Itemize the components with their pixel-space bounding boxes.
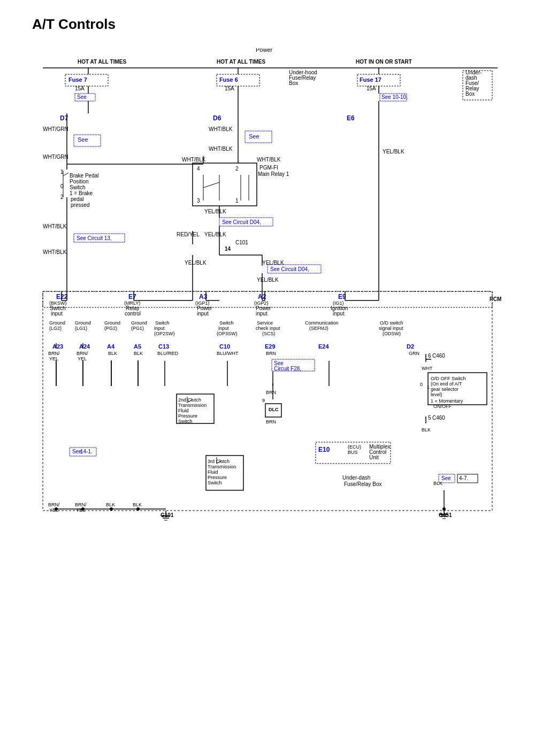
- svg-text:(ODSW): (ODSW): [383, 331, 401, 336]
- svg-text:PCM: PCM: [490, 296, 501, 302]
- svg-text:WHT/BLK: WHT/BLK: [182, 157, 206, 163]
- svg-text:G451: G451: [439, 512, 452, 518]
- svg-text:1 = Brake: 1 = Brake: [70, 190, 93, 196]
- svg-text:input: input: [197, 311, 209, 317]
- svg-text:(OP2SW): (OP2SW): [154, 331, 175, 336]
- svg-text:Box: Box: [465, 91, 475, 97]
- svg-text:Ground: Ground: [104, 320, 120, 326]
- svg-text:BLK: BLK: [133, 502, 142, 507]
- svg-text:15A: 15A: [75, 86, 85, 91]
- svg-text:check input: check input: [256, 326, 280, 331]
- svg-text:Unit: Unit: [369, 454, 379, 460]
- svg-text:Switch: Switch: [208, 480, 222, 485]
- svg-text:Pressure: Pressure: [208, 475, 227, 480]
- svg-text:Transmission: Transmission: [208, 464, 236, 469]
- svg-text:(OP3SW): (OP3SW): [217, 331, 238, 336]
- svg-text:1: 1: [235, 198, 239, 204]
- svg-text:YEL: YEL: [49, 356, 58, 361]
- svg-text:Position: Position: [70, 179, 89, 184]
- svg-text:9: 9: [262, 398, 265, 403]
- svg-text:(SCS): (SCS): [262, 331, 276, 336]
- svg-text:Communication: Communication: [305, 320, 339, 326]
- svg-text:GRN: GRN: [409, 351, 419, 356]
- svg-text:C460: C460: [432, 415, 445, 421]
- svg-text:pedal: pedal: [71, 196, 83, 202]
- svg-text:15A: 15A: [366, 86, 376, 91]
- svg-text:WHT/BLK: WHT/BLK: [257, 157, 281, 163]
- svg-text:(LG1): (LG1): [75, 326, 87, 331]
- svg-text:BRN/: BRN/: [75, 502, 87, 507]
- svg-text:Switch: Switch: [178, 419, 193, 424]
- svg-text:BRN/: BRN/: [48, 502, 60, 507]
- svg-text:E22: E22: [56, 293, 68, 300]
- svg-text:1: 1: [427, 384, 430, 390]
- svg-text:A24: A24: [79, 343, 90, 350]
- svg-text:WHT/BLK: WHT/BLK: [209, 146, 233, 152]
- svg-text:Pressure: Pressure: [178, 413, 197, 419]
- svg-text:BLK: BLK: [134, 351, 143, 356]
- svg-text:(PG2): (PG2): [104, 326, 117, 331]
- svg-text:BLU/RED: BLU/RED: [157, 351, 179, 356]
- svg-text:(PG1): (PG1): [131, 326, 144, 331]
- svg-text:See Circuit D04,: See Circuit D04,: [270, 266, 309, 272]
- svg-text:Fuse 6: Fuse 6: [219, 76, 238, 83]
- svg-text:15A: 15A: [225, 86, 234, 91]
- svg-rect-56: [193, 163, 257, 206]
- svg-text:Fuse 7: Fuse 7: [68, 76, 87, 83]
- svg-text:BRN: BRN: [266, 390, 276, 395]
- svg-text:Under-dash: Under-dash: [342, 475, 370, 481]
- svg-text:(LG2): (LG2): [49, 326, 62, 331]
- svg-text:BRN/: BRN/: [48, 351, 60, 356]
- svg-text:(ECU): (ECU): [348, 444, 361, 450]
- svg-text:See: See: [249, 133, 259, 140]
- svg-text:input: input: [256, 311, 268, 317]
- svg-text:C10: C10: [219, 343, 230, 350]
- svg-text:input: input: [218, 326, 229, 331]
- svg-text:5: 5: [428, 415, 431, 421]
- svg-text:WHT: WHT: [422, 366, 433, 371]
- svg-text:0: 0: [420, 382, 423, 387]
- svg-text:A4: A4: [107, 343, 115, 350]
- svg-text:HOT AT ALL TIMES: HOT AT ALL TIMES: [217, 59, 265, 65]
- svg-text:Fluid: Fluid: [208, 469, 218, 475]
- svg-text:(SEFMJ): (SEFMJ): [309, 326, 328, 331]
- svg-text:See: See: [78, 136, 88, 143]
- svg-text:YEL/BLK: YEL/BLK: [204, 232, 226, 237]
- svg-text:YEL/BLK: YEL/BLK: [185, 260, 207, 266]
- svg-line-82: [63, 173, 68, 176]
- svg-text:(On end of A/T: (On end of A/T: [431, 381, 462, 387]
- page-title: A/T Controls: [32, 16, 116, 33]
- svg-text:pressed: pressed: [71, 202, 90, 208]
- svg-text:WHT/BLK: WHT/BLK: [43, 249, 67, 255]
- svg-text:Ground: Ground: [49, 320, 65, 326]
- svg-text:3rd Clutch: 3rd Clutch: [208, 459, 230, 464]
- svg-text:YEL: YEL: [78, 356, 87, 361]
- svg-point-264: [442, 507, 446, 511]
- diagram-container: HOT AT ALL TIMES HOT AT ALL TIMES HOT IN…: [27, 48, 519, 740]
- svg-text:input: input: [333, 311, 345, 317]
- svg-text:Ground: Ground: [75, 320, 91, 326]
- svg-text:E10: E10: [318, 446, 330, 453]
- svg-text:Switch: Switch: [70, 184, 85, 190]
- svg-text:6: 6: [428, 353, 431, 359]
- svg-text:E29: E29: [265, 343, 276, 350]
- svg-text:Service: Service: [257, 320, 273, 326]
- svg-text:BLK: BLK: [106, 502, 115, 507]
- svg-text:Fuse 17: Fuse 17: [360, 76, 381, 83]
- svg-text:Switch: Switch: [219, 320, 234, 326]
- svg-text:BLU/WHT: BLU/WHT: [217, 351, 239, 356]
- svg-text:DLC: DLC: [269, 407, 279, 412]
- svg-text:Circuit F28,: Circuit F28,: [274, 366, 301, 372]
- svg-text:Transmission: Transmission: [178, 403, 207, 408]
- svg-text:WHT/GRN: WHT/GRN: [43, 126, 68, 132]
- svg-text:See Circuit 13,: See Circuit 13,: [77, 235, 112, 241]
- svg-text:HOT AT ALL TIMES: HOT AT ALL TIMES: [78, 59, 126, 65]
- svg-text:E7: E7: [128, 293, 136, 300]
- svg-text:D6: D6: [213, 114, 221, 122]
- svg-text:RED/YEL: RED/YEL: [177, 232, 200, 237]
- svg-text:control: control: [125, 311, 141, 317]
- svg-text:See Circuit D04,: See Circuit D04,: [222, 219, 261, 225]
- svg-text:1 = Momentary: 1 = Momentary: [431, 398, 463, 404]
- svg-text:3: 3: [197, 198, 200, 204]
- svg-text:WHT/GRN: WHT/GRN: [43, 154, 68, 160]
